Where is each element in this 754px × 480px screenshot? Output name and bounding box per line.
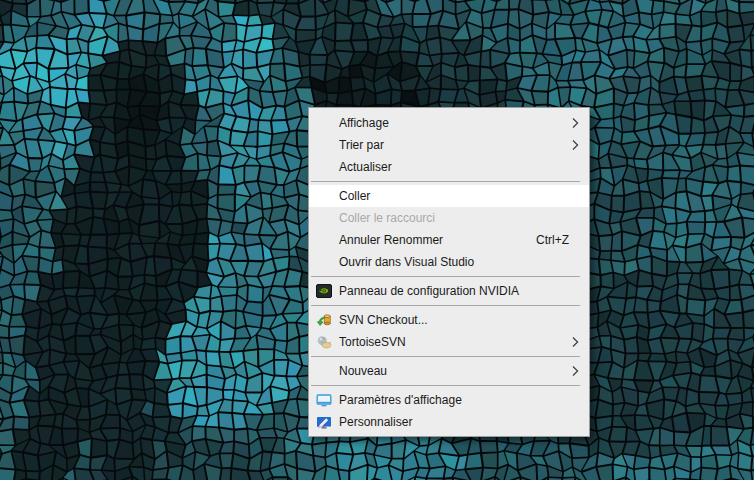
menu-item-label: Ouvrir dans Visual Studio <box>339 255 474 269</box>
menu-item-personnaliser[interactable]: Personnaliser <box>309 411 589 433</box>
context-menu: AffichageTrier parActualiserCollerColler… <box>308 107 590 437</box>
menu-item-label: Affichage <box>339 116 389 130</box>
svn-checkout-icon <box>316 312 332 328</box>
desktop[interactable]: AffichageTrier parActualiserCollerColler… <box>0 0 754 480</box>
menu-item-actualiser[interactable]: Actualiser <box>309 156 589 178</box>
menu-item-affichage[interactable]: Affichage <box>309 112 589 134</box>
menu-item-trier-par[interactable]: Trier par <box>309 134 589 156</box>
chevron-right-icon <box>572 118 579 129</box>
menu-item-label: Trier par <box>339 138 384 152</box>
chevron-right-icon <box>572 337 579 348</box>
personalize-icon <box>316 414 332 430</box>
menu-separator <box>311 356 580 357</box>
menu-item-label: Nouveau <box>339 364 387 378</box>
menu-item-label: Personnaliser <box>339 415 412 429</box>
menu-item-label: SVN Checkout... <box>339 313 428 327</box>
menu-item-label: Paramètres d'affichage <box>339 393 462 407</box>
menu-separator <box>311 305 580 306</box>
tortoisesvn-icon <box>316 334 332 350</box>
menu-item-svn-checkout[interactable]: SVN Checkout... <box>309 309 589 331</box>
menu-item-label: Actualiser <box>339 160 392 174</box>
menu-item-label: Coller <box>339 189 370 203</box>
menu-item-label: Coller le raccourci <box>339 211 435 225</box>
menu-item-ouvrir-dans-visual-studio[interactable]: Ouvrir dans Visual Studio <box>309 251 589 273</box>
menu-item-label: TortoiseSVN <box>339 335 406 349</box>
shortcut-label: Ctrl+Z <box>536 229 569 251</box>
menu-item-parametres-affichage[interactable]: Paramètres d'affichage <box>309 389 589 411</box>
menu-item-coller[interactable]: Coller <box>309 185 589 207</box>
menu-separator <box>311 385 580 386</box>
chevron-right-icon <box>572 366 579 377</box>
menu-item-annuler-renommer[interactable]: Ctrl+ZAnnuler Renommer <box>309 229 589 251</box>
menu-separator <box>311 181 580 182</box>
menu-item-panneau-nvidia[interactable]: Panneau de configuration NVIDIA <box>309 280 589 302</box>
menu-item-coller-le-raccourci: Coller le raccourci <box>309 207 589 229</box>
nvidia-icon <box>316 283 332 299</box>
chevron-right-icon <box>572 140 579 151</box>
menu-item-tortoisesvn[interactable]: TortoiseSVN <box>309 331 589 353</box>
menu-item-nouveau[interactable]: Nouveau <box>309 360 589 382</box>
menu-item-label: Panneau de configuration NVIDIA <box>339 284 519 298</box>
menu-separator <box>311 276 580 277</box>
menu-item-label: Annuler Renommer <box>339 233 443 247</box>
display-settings-icon <box>316 392 332 408</box>
